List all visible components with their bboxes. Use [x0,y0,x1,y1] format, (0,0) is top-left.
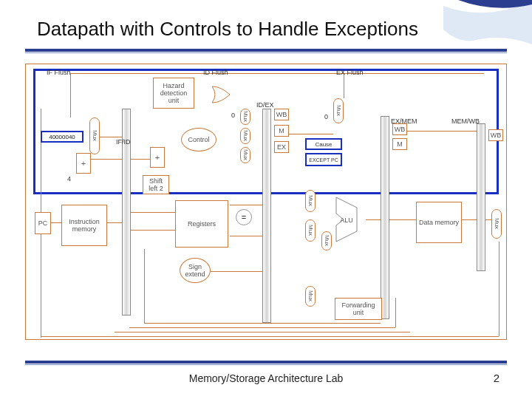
alu: ALU [335,196,367,243]
shift-left-2: Shift left 2 [143,175,169,194]
id-ex-mux: Mux [240,147,250,163]
label-idex-m: M [274,125,289,137]
mem-wb-register [477,123,485,271]
sign-extend: Sign extend [180,258,211,283]
pc: PC [35,212,51,234]
label-memwb-wb: WB [488,129,503,141]
label-if-flush: IF Flush [47,69,71,76]
label-id-flush: ID Flush [203,69,228,76]
id-ex-register [262,109,271,323]
label-if-id: IF/ID [116,138,131,146]
svg-text:ALU: ALU [340,216,353,224]
branch-adder: + [155,153,160,162]
except-pc-register: EXCEPT PC [305,153,342,166]
id-m-mux: Mux [240,128,250,144]
hazard-detection-unit: Hazard detection unit [153,78,194,109]
footer-text: Memory/Storage Architecture Lab [0,372,532,384]
ex-mem-register [381,116,389,319]
dst-reg-mux: Mux [305,286,316,307]
label-ex-mem: EX/MEM [391,117,417,125]
label-ex-flush: EX Flush [336,69,364,76]
register-file: Registers [175,200,228,248]
datapath-diagram: IF Flush ID Flush EX Flush IF/ID ID/EX E… [25,64,507,340]
equal-comparator: = [236,209,252,225]
label-idex-wb: WB [274,109,289,120]
alu-src-b-mux: Mux [305,219,316,242]
forwarding-unit: Forwarding unit [335,298,382,320]
title-underline [25,49,507,53]
if-adder: + [81,159,86,168]
wb-mux: Mux [491,209,502,239]
instruction-memory: Instruction memory [61,205,107,246]
label-mem-wb: MEM/WB [451,117,480,125]
zero-input-1: 0 [231,112,235,119]
label-exmem-m: M [392,138,407,150]
page-title: Datapath with Controls to Handle Excepti… [37,18,418,41]
corner-decoration [443,0,532,44]
ex-flush-mux: Mux [333,98,344,123]
control-unit: Control [181,128,216,151]
label-idex-ex: EX [274,141,289,153]
data-memory: Data memory [416,202,462,243]
id-wb-mux: Mux [240,109,250,125]
if-pc-mux: Mux [89,117,100,154]
footer-rule [25,361,507,365]
alu-imm-mux: Mux [321,231,332,250]
cause-register: Cause [305,138,342,150]
const-exception-address: 40000040 [41,131,83,143]
label-exmem-wb: WB [392,123,407,135]
or-gate-idflush [211,85,233,104]
page-number: 2 [494,372,499,384]
zero-input-2: 0 [324,113,328,120]
alu-src-a-mux: Mux [305,190,316,212]
label-id-ex: ID/EX [256,101,274,109]
const-four: 4 [67,175,71,183]
